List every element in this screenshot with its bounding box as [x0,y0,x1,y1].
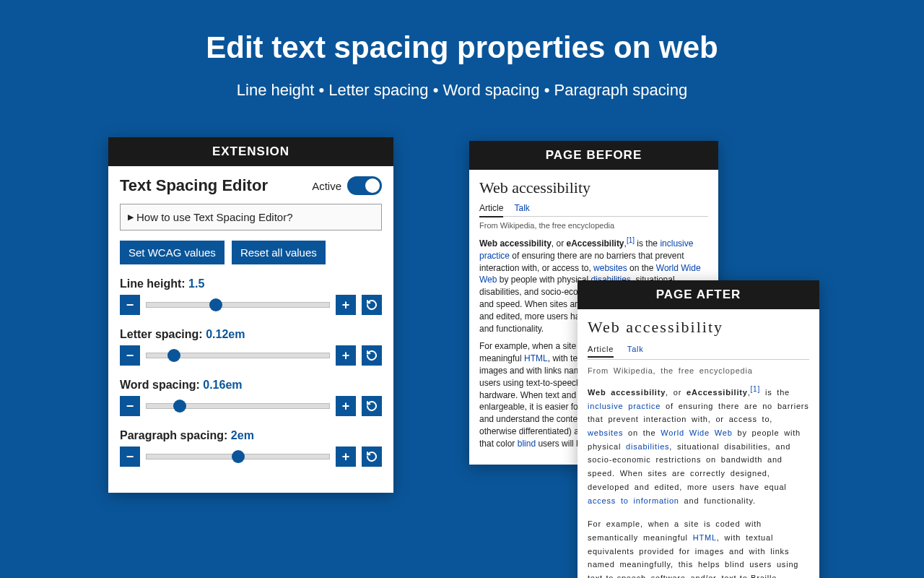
link-inclusive-practice[interactable]: inclusive practice [588,402,661,410]
link-html[interactable]: HTML [693,533,717,542]
page-after-header: PAGE AFTER [578,280,819,309]
hero-title: Edit text spacing properties on web [0,30,924,65]
tab-talk[interactable]: Talk [514,203,529,213]
plus-button[interactable]: + [336,345,356,366]
page-before-header: PAGE BEFORE [469,141,718,170]
property-row: Paragraph spacing: 2em−+ [120,429,382,467]
slider-track[interactable] [146,454,330,460]
link-access-info[interactable]: access to information [588,496,679,505]
chevron-right-icon: ▶ [128,212,134,222]
property-value: 0.12em [206,328,245,340]
wiki-paragraph: Web accessibility, or eAccessibility,[1]… [588,383,809,507]
property-value: 2em [231,429,254,441]
link-blind[interactable]: blind [518,439,536,449]
active-toggle[interactable] [347,176,382,195]
wiki-source: From Wikipedia, the free encyclopedia [479,221,708,230]
howto-expander[interactable]: ▶ How to use Text Spacing Editor? [120,204,382,230]
link-disabilities[interactable]: disabilities [626,442,669,451]
slider-thumb[interactable] [167,349,180,362]
wiki-paragraph: For example, when a site is coded with s… [588,517,809,578]
set-wcag-button[interactable]: Set WCAG values [120,241,225,264]
minus-button[interactable]: − [120,396,140,416]
minus-button[interactable]: − [120,447,140,467]
property-label: Word spacing: 0.16em [120,379,382,392]
reset-button[interactable] [362,295,382,315]
link-websites[interactable]: websites [588,428,623,437]
plus-button[interactable]: + [336,396,356,416]
wiki-before-title: Web accessibility [479,178,708,197]
active-label: Active [312,180,341,192]
slider-track[interactable] [146,302,330,308]
wiki-after-title: Web accessibility [588,318,809,337]
property-value: 1.5 [188,277,204,290]
slider-thumb[interactable] [173,400,186,413]
tab-article[interactable]: Article [588,345,614,358]
slider-thumb[interactable] [209,298,222,311]
minus-button[interactable]: − [120,295,140,315]
howto-label: How to use Text Spacing Editor? [136,211,293,223]
link-www[interactable]: World Wide Web [661,428,732,437]
property-label: Paragraph spacing: 2em [120,429,382,442]
extension-header: EXTENSION [108,137,393,166]
property-row: Word spacing: 0.16em−+ [120,379,382,416]
property-row: Letter spacing: 0.12em−+ [120,328,382,366]
reset-button[interactable] [362,345,382,366]
plus-button[interactable]: + [336,295,356,315]
property-value: 0.16em [203,379,242,391]
reset-all-button[interactable]: Reset all values [232,241,326,264]
link-websites[interactable]: websites [593,263,627,273]
plus-button[interactable]: + [336,447,356,467]
extension-title: Text Spacing Editor [120,176,268,195]
hero-subtitle: Line height • Letter spacing • Word spac… [0,81,924,100]
reset-button[interactable] [362,447,382,467]
slider-track[interactable] [146,353,330,358]
page-after-panel: PAGE AFTER Web accessibility Article Tal… [578,280,819,578]
property-label: Letter spacing: 0.12em [120,328,382,341]
wiki-source: From Wikipedia, the free encyclopedia [588,364,809,378]
slider-thumb[interactable] [232,450,245,463]
link-html[interactable]: HTML [524,353,548,363]
extension-panel: EXTENSION Text Spacing Editor Active ▶ H… [108,137,393,493]
slider-track[interactable] [146,403,330,409]
minus-button[interactable]: − [120,345,140,366]
reset-button[interactable] [362,396,382,416]
property-label: Line height: 1.5 [120,277,382,290]
tab-article[interactable]: Article [479,203,503,217]
property-row: Line height: 1.5−+ [120,277,382,315]
tab-talk[interactable]: Talk [627,345,644,353]
